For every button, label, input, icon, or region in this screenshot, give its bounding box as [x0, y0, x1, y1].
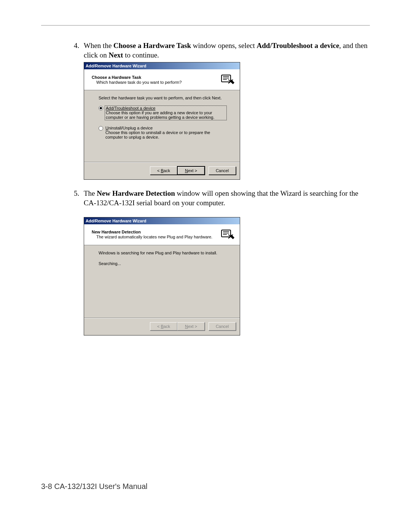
radio-description: Choose this option if you are adding a n… — [106, 110, 226, 120]
t: The — [84, 189, 97, 197]
searching-text: Searching... — [99, 261, 227, 266]
dialog-body: Select the hardware task you want to per… — [84, 90, 240, 162]
radio-label: Uninstall/Unplug a device — [105, 126, 227, 130]
bold: New Hardware Detection — [97, 189, 175, 197]
dialog-header: Choose a Hardware Task Which hardware ta… — [84, 69, 240, 90]
hardware-icon — [221, 227, 236, 242]
dialog-subheading: The wizard automatically locates new Plu… — [92, 235, 218, 239]
step-number: 5. — [74, 189, 84, 208]
bold: Add/Troubleshoot a device — [257, 42, 339, 50]
radio-icon — [99, 126, 103, 131]
radio-label: Add/Troubleshoot a device — [106, 106, 226, 110]
dialog-subheading: Which hardware task do you want to perfo… — [92, 80, 218, 85]
hardware-icon — [221, 72, 236, 87]
next-button[interactable]: Next > — [177, 166, 205, 175]
dialog-body: Windows is searching for new Plug and Pl… — [84, 245, 240, 318]
radio-add-troubleshoot[interactable]: Add/Troubleshoot a device Choose this op… — [99, 105, 227, 120]
cancel-button: Cancel — [209, 322, 236, 331]
instruction-text: Windows is searching for new Plug and Pl… — [99, 251, 227, 255]
dialog-heading: Choose a Hardware Task — [92, 75, 218, 80]
horizontal-rule — [41, 25, 370, 26]
bold: Choose a Hardware Task — [113, 42, 191, 50]
dialog-titlebar: Add/Remove Hardware Wizard — [84, 62, 240, 69]
radio-uninstall-unplug[interactable]: Uninstall/Unplug a device Choose this op… — [99, 126, 227, 139]
dialog-header: New Hardware Detection The wizard automa… — [84, 224, 240, 245]
dialog-footer: < BackNext >Cancel — [84, 318, 240, 335]
radio-icon — [99, 106, 103, 110]
t: to continue. — [123, 51, 159, 59]
dialog-footer: < BackNext >Cancel — [84, 163, 240, 179]
wizard-choose-hardware-task: Add/Remove Hardware Wizard Choose a Hard… — [84, 62, 240, 180]
dialog-titlebar: Add/Remove Hardware Wizard — [84, 217, 240, 224]
bold: Next — [108, 51, 123, 59]
instruction-text: Select the hardware task you want to per… — [99, 96, 227, 100]
step-text: When the Choose a Hardware Task window o… — [84, 41, 370, 60]
back-button: < Back — [150, 322, 177, 331]
page-footer: 3-8 CA-132/132I User's Manual — [41, 482, 148, 491]
next-button: Next > — [177, 322, 205, 331]
step-4: 4. When the Choose a Hardware Task windo… — [74, 41, 370, 60]
step-5: 5. The New Hardware Detection window wil… — [74, 189, 370, 208]
t: When the — [84, 42, 113, 50]
step-text: The New Hardware Detection window will o… — [84, 189, 370, 208]
wizard-new-hardware-detection: Add/Remove Hardware Wizard New Hardware … — [84, 217, 240, 335]
step-number: 4. — [74, 41, 84, 60]
cancel-button[interactable]: Cancel — [209, 166, 236, 175]
dialog-heading: New Hardware Detection — [92, 230, 218, 234]
radio-description: Choose this option to uninstall a device… — [105, 130, 227, 139]
back-button[interactable]: < Back — [150, 166, 177, 175]
t: window opens, select — [191, 42, 257, 50]
